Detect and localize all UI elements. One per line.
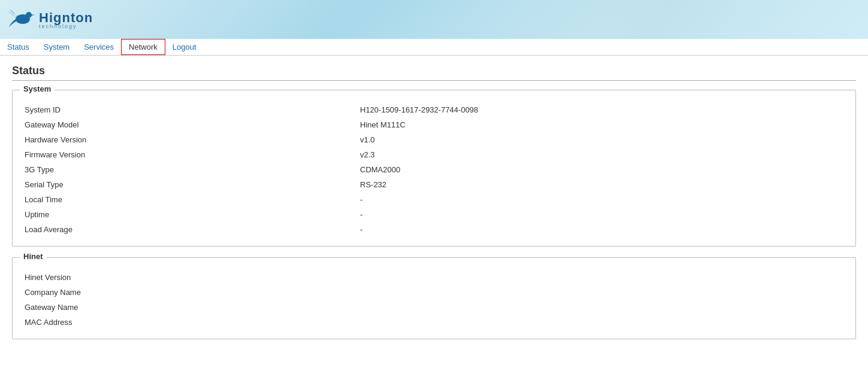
table-row: Gateway Model Hinet M111C xyxy=(22,117,846,132)
table-row: Firmware Version v2.3 xyxy=(22,147,846,162)
info-label: System ID xyxy=(25,105,360,114)
info-value: Hinet M111C xyxy=(360,120,406,129)
table-row: 3G Type CDMA2000 xyxy=(22,162,846,177)
table-row: Gateway Name xyxy=(22,300,846,315)
table-row: Local Time - xyxy=(22,192,846,207)
table-row: Serial Type RS-232 xyxy=(22,177,846,192)
navigation: StatusSystemServicesNetworkLogout xyxy=(0,39,868,56)
header: Hignton technology xyxy=(0,0,868,39)
info-label: MAC Address xyxy=(25,318,360,327)
logo-text-container: Hignton technology xyxy=(39,10,93,29)
nav-item-system[interactable]: System xyxy=(37,39,77,55)
info-label: Gateway Name xyxy=(25,303,360,312)
info-value: RS-232 xyxy=(360,180,386,189)
svg-marker-2 xyxy=(32,14,35,16)
svg-point-1 xyxy=(26,12,32,18)
logo-name: Hignton xyxy=(39,10,93,25)
info-label: 3G Type xyxy=(25,165,360,174)
hinet-section-title: Hinet xyxy=(20,252,47,261)
nav-item-status[interactable]: Status xyxy=(0,39,37,55)
logo: Hignton technology xyxy=(6,6,93,33)
info-label: Firmware Version xyxy=(25,150,360,159)
info-label: Hinet Version xyxy=(25,273,360,282)
hinet-section-content: Hinet Version Company Name Gateway Name … xyxy=(13,258,855,339)
system-section-title: System xyxy=(20,84,55,93)
system-section: System System ID H120-1509-1617-2932-774… xyxy=(12,90,856,247)
table-row: Uptime - xyxy=(22,207,846,222)
info-value: H120-1509-1617-2932-7744-0098 xyxy=(360,105,478,114)
info-value: - xyxy=(360,210,362,219)
info-value: - xyxy=(360,225,362,234)
info-label: Uptime xyxy=(25,210,360,219)
page-title: Status xyxy=(12,65,856,81)
table-row: MAC Address xyxy=(22,315,846,330)
info-label: Serial Type xyxy=(25,180,360,189)
system-section-content: System ID H120-1509-1617-2932-7744-0098 … xyxy=(13,90,855,246)
nav-item-network[interactable]: Network xyxy=(121,39,165,55)
info-label: Hardware Version xyxy=(25,135,360,144)
info-value: CDMA2000 xyxy=(360,165,400,174)
info-label: Gateway Model xyxy=(25,120,360,129)
hinet-section: Hinet Hinet Version Company Name Gateway… xyxy=(12,257,856,339)
logo-icon xyxy=(6,6,36,33)
main-content: Status System System ID H120-1509-1617-2… xyxy=(0,56,868,359)
info-value: - xyxy=(360,195,362,204)
info-label: Company Name xyxy=(25,288,360,297)
table-row: System ID H120-1509-1617-2932-7744-0098 xyxy=(22,102,846,117)
table-row: Load Average - xyxy=(22,222,846,237)
info-label: Local Time xyxy=(25,195,360,204)
nav-item-services[interactable]: Services xyxy=(77,39,121,55)
info-value: v1.0 xyxy=(360,135,375,144)
info-label: Load Average xyxy=(25,225,360,234)
table-row: Hinet Version xyxy=(22,270,846,285)
table-row: Company Name xyxy=(22,285,846,300)
nav-item-logout[interactable]: Logout xyxy=(165,39,204,55)
info-value: v2.3 xyxy=(360,150,375,159)
table-row: Hardware Version v1.0 xyxy=(22,132,846,147)
